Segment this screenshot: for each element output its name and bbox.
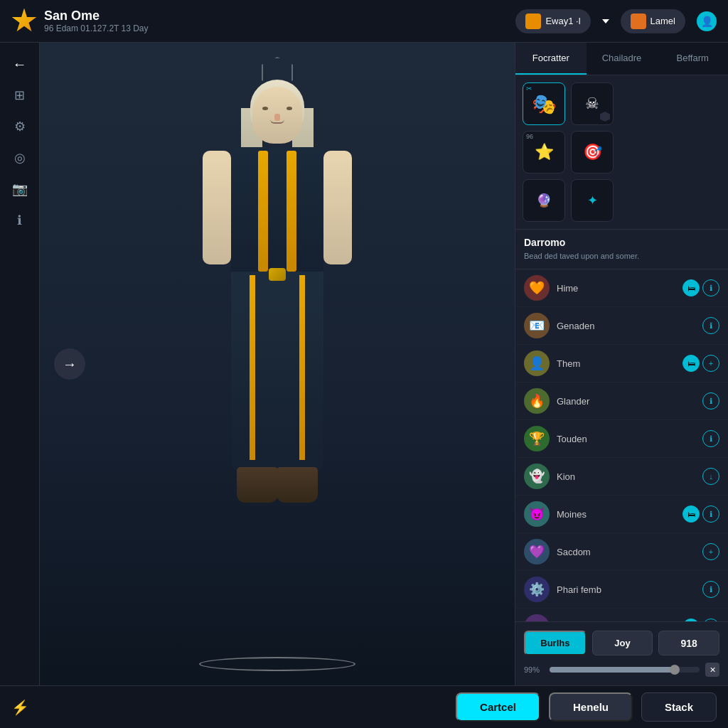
char-avatar: 🔥 bbox=[524, 388, 550, 414]
char-list-item[interactable]: 😈Moines🛏ℹ bbox=[515, 496, 728, 533]
char-list-item[interactable]: 👻Kion↓ bbox=[515, 458, 728, 496]
char-list-item[interactable]: 🔥Glanderℹ bbox=[515, 382, 728, 420]
char-arm-right bbox=[203, 151, 231, 264]
item-badge-1: ✂ bbox=[526, 85, 532, 92]
info-icon[interactable]: ℹ bbox=[7, 208, 33, 233]
item-slot-5[interactable]: 🔮 bbox=[523, 179, 565, 222]
antenna-icon: ⚡ bbox=[11, 699, 29, 716]
bottom-btns-row: Burlhs Joy 918 bbox=[524, 631, 719, 655]
joy-button[interactable]: Joy bbox=[592, 631, 653, 655]
tab-beffarm[interactable]: Beffarm bbox=[657, 43, 728, 75]
char-action-plus-button[interactable]: + bbox=[702, 355, 719, 372]
char-action-down-button[interactable]: ↓ bbox=[702, 468, 719, 485]
lamel-button[interactable]: Lamel bbox=[621, 9, 685, 33]
compass-icon[interactable]: ◎ bbox=[7, 145, 33, 171]
char-action-plus-button[interactable]: + bbox=[702, 543, 719, 560]
char-list-item[interactable]: 📧Genadenℹ bbox=[515, 307, 728, 345]
char-actions: ℹ bbox=[702, 430, 719, 447]
char-action-info-button[interactable]: ℹ bbox=[702, 430, 719, 447]
item-slot-4[interactable]: 🎯 bbox=[571, 131, 614, 173]
char-actions: ℹ bbox=[702, 317, 719, 334]
nav-arrow-button[interactable]: → bbox=[54, 348, 85, 380]
belt-buckle bbox=[269, 268, 286, 281]
item-badge-2 bbox=[600, 112, 610, 122]
item-info: Darromo Bead ded taved upon and somer. bbox=[515, 230, 728, 269]
char-list-item[interactable]: 🎮Fail horm🛏+ bbox=[515, 609, 728, 621]
char-list-item[interactable]: 💜Sacdom+ bbox=[515, 533, 728, 571]
char-actions: 🛏+ bbox=[682, 355, 719, 372]
item-badge-3: 96 bbox=[526, 133, 533, 140]
char-actions: ℹ bbox=[702, 581, 719, 598]
burlhs-button[interactable]: Burlhs bbox=[524, 631, 587, 655]
header-subtitle: 96 Edam 01.127.2T 13 Day bbox=[44, 23, 149, 33]
item-icon-1: 🎭 bbox=[532, 92, 557, 116]
char-name: Kion bbox=[557, 471, 695, 482]
char-action-bed-button[interactable]: 🛏 bbox=[682, 505, 700, 523]
tab-focratter[interactable]: Focratter bbox=[515, 43, 587, 75]
henelu-button[interactable]: Henelu bbox=[549, 692, 633, 722]
vest-stripe-left bbox=[258, 151, 268, 272]
stack-button[interactable]: Stack bbox=[641, 692, 717, 722]
progress-bar[interactable] bbox=[550, 667, 700, 673]
item-icon-4: 🎯 bbox=[583, 143, 602, 161]
char-list-item[interactable]: 🧡Hime🛏ℹ bbox=[515, 269, 728, 307]
item-icon-5: 🔮 bbox=[536, 193, 552, 208]
progress-row: 99% ✕ bbox=[524, 663, 719, 677]
char-action-info-button[interactable]: ℹ bbox=[702, 317, 719, 334]
header-left: San Ome 96 Edam 01.127.2T 13 Day bbox=[11, 9, 515, 34]
char-action-info-button[interactable]: ℹ bbox=[702, 392, 719, 410]
char-action-bed-button[interactable]: 🛏 bbox=[682, 279, 700, 296]
grid-icon[interactable]: ⊞ bbox=[7, 82, 33, 108]
char-avatar: 🏆 bbox=[524, 426, 550, 451]
star-icon bbox=[11, 9, 37, 34]
progress-close-button[interactable]: ✕ bbox=[705, 663, 719, 677]
item-col-right: ☠ 🎯 ✦ bbox=[571, 82, 614, 222]
boot-left bbox=[237, 467, 278, 503]
progress-thumb[interactable] bbox=[670, 665, 680, 675]
pants-stripe-left bbox=[250, 275, 255, 460]
right-panel: Focratter Chailadre Beffarm 🎭 ✂ ⭐ 96 🔮 bbox=[515, 43, 728, 685]
char-avatar: 👻 bbox=[524, 464, 550, 489]
char-name: Them bbox=[557, 358, 675, 369]
header-info: San Ome 96 Edam 01.127.2T 13 Day bbox=[44, 9, 149, 33]
camera-icon[interactable]: 📷 bbox=[7, 176, 33, 202]
char-name: Moines bbox=[557, 509, 675, 520]
char-list-item[interactable]: ⚙️Phari fembℹ bbox=[515, 571, 728, 609]
char-action-info-button[interactable]: ℹ bbox=[702, 505, 719, 523]
eway-button[interactable]: Eway1 ·l bbox=[515, 9, 590, 33]
bottom-bar: ⚡ Cartcel Henelu Stack bbox=[0, 685, 728, 728]
char-action-info-button[interactable]: ℹ bbox=[702, 279, 719, 296]
item-area: 🎭 ✂ ⭐ 96 🔮 ☠ bbox=[515, 75, 728, 230]
ground-circle bbox=[199, 657, 355, 671]
char-action-bed-button[interactable]: 🛏 bbox=[682, 355, 700, 372]
item-slot-6[interactable]: ✦ bbox=[571, 179, 614, 222]
char-head bbox=[252, 87, 302, 144]
item-slot-1[interactable]: 🎭 ✂ bbox=[523, 82, 565, 125]
char-arm-left bbox=[323, 151, 352, 264]
char-torso bbox=[231, 147, 323, 275]
bottom-center: Cartcel Henelu Stack bbox=[456, 692, 717, 722]
user-profile-icon[interactable]: 👤 bbox=[697, 11, 717, 31]
char-actions: ℹ bbox=[702, 392, 719, 410]
item-slot-3[interactable]: ⭐ 96 bbox=[523, 131, 565, 173]
char-actions: 🛏ℹ bbox=[682, 279, 719, 296]
char-name: Phari femb bbox=[557, 584, 695, 595]
progress-label: 99% bbox=[524, 665, 544, 674]
main-layout: ← ⊞ ⚙ ◎ 📷 ℹ → bbox=[0, 43, 728, 685]
char-pants bbox=[231, 272, 323, 471]
count-button[interactable]: 918 bbox=[658, 631, 719, 655]
char-avatar: 🎮 bbox=[524, 614, 550, 621]
settings-icon[interactable]: ⚙ bbox=[7, 114, 33, 139]
char-action-info-button[interactable]: ℹ bbox=[702, 581, 719, 598]
vest-stripe-right bbox=[287, 151, 296, 272]
back-button[interactable]: ← bbox=[7, 51, 33, 77]
character-list[interactable]: 🧡Hime🛏ℹ📧Genadenℹ👤Them🛏+🔥Glanderℹ🏆Toudenℹ… bbox=[515, 269, 728, 621]
cancel-button[interactable]: Cartcel bbox=[456, 692, 540, 722]
pants-stripe-right bbox=[299, 275, 305, 460]
char-list-item[interactable]: 👤Them🛏+ bbox=[515, 345, 728, 382]
item-icon-6: ✦ bbox=[587, 193, 598, 208]
tab-chailadre[interactable]: Chailadre bbox=[587, 43, 658, 75]
char-list-item[interactable]: 🏆Toudenℹ bbox=[515, 420, 728, 458]
arrow-down-icon[interactable] bbox=[602, 19, 609, 23]
item-slot-2[interactable]: ☠ bbox=[571, 82, 614, 125]
